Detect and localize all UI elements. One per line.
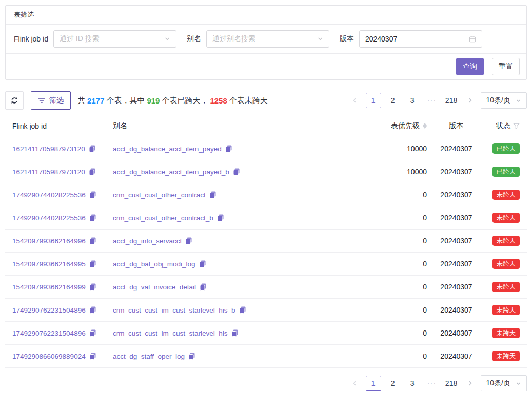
pagination-prev[interactable] — [348, 93, 362, 108]
row-id-link[interactable]: 1749290762231504896 — [12, 306, 86, 314]
pagination-ellipsis: ··· — [424, 93, 440, 108]
filter-button[interactable]: 筛选 — [31, 91, 71, 110]
sort-icon[interactable] — [423, 123, 427, 129]
copy-icon[interactable] — [89, 353, 96, 360]
row-priority: 10000 — [340, 168, 427, 176]
version-date-input[interactable]: 20240307 — [359, 30, 482, 48]
copy-icon[interactable] — [89, 214, 96, 221]
row-alias-link[interactable]: crm_cust_cust_other_contract_b — [113, 214, 213, 222]
col-header-priority[interactable]: 表优先级 — [340, 121, 427, 131]
reset-button[interactable]: 重置 — [492, 58, 520, 75]
row-version: 20240307 — [427, 168, 486, 176]
copy-icon[interactable] — [233, 168, 240, 175]
calendar-icon — [469, 35, 476, 43]
row-priority: 0 — [340, 260, 427, 268]
copy-icon[interactable] — [89, 283, 96, 291]
filter-lines-icon — [38, 97, 45, 104]
pagination-page-2[interactable]: 2 — [385, 93, 401, 108]
version-value: 20240307 — [365, 35, 397, 43]
crossed-count: 919 — [147, 96, 160, 105]
copy-icon[interactable] — [209, 191, 216, 198]
refresh-icon — [10, 96, 18, 105]
pagination-page-1[interactable]: 1 — [366, 376, 381, 391]
pagination-next[interactable] — [463, 93, 477, 108]
page-size-select[interactable]: 10条/页 — [481, 375, 527, 391]
row-version: 20240307 — [427, 352, 486, 360]
pagination-page-1[interactable]: 1 — [366, 93, 381, 108]
flink-job-id-field: Flink job id 通过 ID 搜索 — [14, 30, 176, 48]
page-size-value: 10条/页 — [486, 379, 510, 388]
row-id-link[interactable]: 1749290866069889024 — [12, 353, 86, 360]
copy-icon[interactable] — [231, 329, 239, 337]
row-alias-link[interactable]: crm_cust_cust_im_cust_starlevel_his — [113, 329, 228, 337]
pagination-page-218[interactable]: 218 — [444, 93, 459, 108]
copy-icon[interactable] — [199, 260, 206, 267]
pagination-pages: 123···218 — [366, 376, 459, 391]
copy-icon[interactable] — [89, 168, 96, 175]
status-badge: 未跨天 — [492, 305, 520, 316]
row-alias-link[interactable]: crm_cust_cust_other_contract — [113, 191, 206, 199]
row-id-link[interactable]: 1749290762231504896 — [12, 329, 86, 337]
pagination-page-3[interactable]: 3 — [405, 93, 420, 108]
copy-icon[interactable] — [225, 145, 232, 152]
row-id-link[interactable]: 1749290744028225536 — [12, 214, 86, 222]
table-row: 1749290744028225536 crm_cust_cust_other_… — [5, 183, 527, 206]
flink-job-id-select[interactable]: 通过 ID 搜索 — [53, 30, 176, 48]
copy-icon[interactable] — [239, 306, 246, 314]
alias-field: 别名 通过别名搜索 — [187, 30, 329, 48]
table-row: 1749290762231504896 crm_cust_cust_im_cus… — [5, 299, 527, 322]
chevron-down-icon — [317, 36, 323, 42]
row-alias-link[interactable]: acct_dg_vat_invoice_detail — [113, 283, 196, 291]
row-alias-link[interactable]: acct_dg_info_servacct — [113, 237, 182, 245]
table-row: 1749290866069889024 acct_dg_staff_oper_l… — [5, 345, 527, 368]
row-version: 20240307 — [427, 329, 486, 337]
row-alias-link[interactable]: acct_dg_balance_acct_item_payed — [113, 145, 222, 153]
bottom-bar: 123···218 10条/页 — [5, 375, 527, 391]
pagination-page-3[interactable]: 3 — [405, 376, 420, 391]
row-alias-link[interactable]: acct_dg_balance_acct_item_payed_b — [113, 168, 229, 176]
filter-fields-row: Flink job id 通过 ID 搜索 别名 通过别名搜索 — [6, 25, 526, 54]
column-filter-funnel-icon[interactable] — [513, 123, 520, 129]
pagination-page-218[interactable]: 218 — [444, 376, 459, 391]
chevron-down-icon — [516, 98, 521, 104]
row-id-link[interactable]: 1542097993662164995 — [12, 260, 86, 268]
total-count: 2177 — [87, 96, 104, 105]
pagination-next[interactable] — [463, 376, 477, 391]
table-row: 1542097993662164999 acct_dg_vat_invoice_… — [5, 276, 527, 299]
row-id-link[interactable]: 1621411705987973120 — [12, 145, 85, 153]
pagination: 123···218 10条/页 — [348, 375, 527, 391]
table-body: 1621411705987973120 acct_dg_balance_acct… — [5, 137, 527, 368]
copy-icon[interactable] — [188, 353, 195, 360]
copy-icon[interactable] — [89, 306, 96, 314]
flink-job-id-label: Flink job id — [14, 35, 48, 43]
copy-icon[interactable] — [185, 237, 192, 244]
row-id-link[interactable]: 1542097993662164996 — [12, 237, 86, 245]
filter-card: 表筛选 Flink job id 通过 ID 搜索 别名 通过别名搜索 — [5, 5, 527, 80]
row-priority: 0 — [340, 329, 427, 337]
copy-icon[interactable] — [89, 191, 96, 198]
pagination-page-2[interactable]: 2 — [385, 376, 401, 391]
refresh-button[interactable] — [5, 91, 24, 110]
row-version: 20240307 — [427, 260, 486, 268]
row-alias-link[interactable]: acct_dg_bal_obj_modi_log — [113, 260, 195, 268]
copy-icon[interactable] — [200, 283, 207, 291]
status-badge: 未跨天 — [492, 282, 520, 293]
copy-icon[interactable] — [217, 214, 224, 221]
chevron-down-icon — [516, 381, 521, 386]
table-row: 1749290744028225536 crm_cust_cust_other_… — [5, 206, 527, 230]
page-size-select[interactable]: 10条/页 — [481, 92, 527, 109]
copy-icon[interactable] — [89, 145, 96, 152]
pagination-prev[interactable] — [348, 376, 362, 391]
status-badge: 未跨天 — [492, 236, 520, 246]
row-id-link[interactable]: 1542097993662164999 — [12, 283, 86, 291]
row-alias-link[interactable]: acct_dg_staff_oper_log — [113, 353, 185, 360]
copy-icon[interactable] — [89, 260, 96, 267]
alias-select[interactable]: 通过别名搜索 — [206, 30, 329, 48]
row-id-link[interactable]: 1749290744028225536 — [12, 191, 86, 199]
copy-icon[interactable] — [89, 237, 96, 244]
pagination: 123···218 10条/页 — [348, 92, 527, 109]
row-alias-link[interactable]: crm_cust_cust_im_cust_starlevel_his_b — [113, 306, 235, 314]
query-button[interactable]: 查询 — [456, 58, 484, 75]
row-id-link[interactable]: 1621411705987973120 — [12, 168, 85, 176]
copy-icon[interactable] — [89, 329, 96, 337]
